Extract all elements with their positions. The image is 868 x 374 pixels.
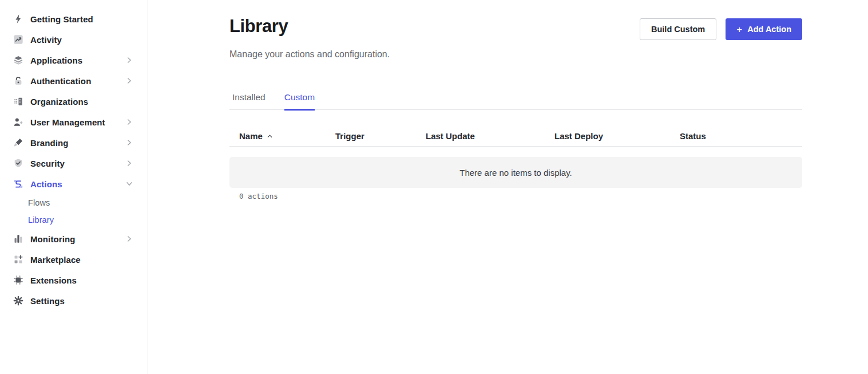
add-action-button[interactable]: + Add Action (726, 18, 802, 40)
sidebar-item-extensions[interactable]: Extensions (0, 270, 148, 290)
flow-icon (13, 179, 23, 189)
column-header-last-update[interactable]: Last Update (426, 131, 554, 141)
column-header-name[interactable]: Name (229, 131, 335, 141)
header-actions: Build Custom + Add Action (640, 18, 802, 40)
sidebar-item-monitoring[interactable]: Monitoring (0, 229, 148, 249)
sidebar-item-settings[interactable]: Settings (0, 290, 148, 311)
sidebar-item-label: Activity (30, 35, 62, 45)
build-custom-button[interactable]: Build Custom (640, 18, 716, 40)
shield-check-icon (13, 158, 23, 168)
sidebar-item-label: Marketplace (30, 255, 81, 265)
sidebar-item-label: Getting Started (30, 14, 93, 24)
sidebar-item-label: Extensions (30, 275, 77, 285)
main-content: Library Manage your actions and configur… (229, 0, 802, 200)
sidebar-item-security[interactable]: Security (0, 153, 148, 174)
sidebar-item-label: Branding (30, 138, 69, 148)
chip-icon (13, 275, 23, 285)
chevron-right-icon (125, 159, 133, 167)
plus-icon: + (736, 25, 742, 34)
sidebar-item-activity[interactable]: Activity (0, 29, 148, 50)
sidebar-item-applications[interactable]: Applications (0, 50, 148, 70)
sidebar-item-authentication[interactable]: Authentication (0, 70, 148, 91)
sidebar: Getting Started Activity Applications Au… (0, 0, 148, 374)
column-header-trigger[interactable]: Trigger (335, 131, 426, 141)
sort-ascending-icon (267, 133, 273, 139)
sidebar-subitem-library[interactable]: Library (0, 211, 148, 229)
sidebar-item-label: Applications (30, 56, 82, 65)
sidebar-item-label: Settings (30, 296, 65, 306)
column-header-status[interactable]: Status (680, 131, 802, 141)
sidebar-item-getting-started[interactable]: Getting Started (0, 9, 148, 29)
sidebar-item-label: Authentication (30, 76, 91, 86)
activity-icon (13, 34, 23, 45)
bar-chart-icon (13, 234, 23, 244)
sidebar-subitem-flows[interactable]: Flows (0, 194, 148, 211)
sidebar-item-label: User Management (30, 117, 105, 127)
chevron-right-icon (125, 56, 133, 64)
sidebar-item-label: Security (30, 159, 65, 168)
sidebar-item-actions[interactable]: Actions (0, 174, 148, 194)
tab-installed[interactable]: Installed (232, 92, 265, 111)
sidebar-item-branding[interactable]: Branding (0, 132, 148, 153)
sidebar-item-label: Actions (30, 179, 62, 189)
page-header: Library Manage your actions and configur… (229, 0, 802, 60)
table-empty-state: There are no items to display. (229, 157, 802, 188)
building-icon (13, 96, 23, 107)
paintbrush-icon (13, 137, 23, 148)
table-header: Name Trigger Last Update Last Deploy Sta… (229, 131, 802, 147)
gear-icon (13, 296, 23, 306)
empty-state-message: There are no items to display. (459, 168, 572, 178)
sidebar-item-marketplace[interactable]: Marketplace (0, 249, 148, 270)
lock-icon (13, 76, 23, 86)
chevron-down-icon (125, 180, 133, 188)
add-action-label: Add Action (747, 25, 791, 34)
chevron-right-icon (125, 118, 133, 126)
sidebar-item-organizations[interactable]: Organizations (0, 91, 148, 112)
chevron-right-icon (125, 77, 133, 85)
page-subtitle: Manage your actions and configuration. (229, 49, 802, 60)
sidebar-item-label: Flows (28, 198, 50, 207)
chevron-right-icon (125, 235, 133, 243)
sidebar-item-user-management[interactable]: User Management (0, 112, 148, 132)
actions-count: 0 actions (229, 192, 802, 200)
sidebar-item-label: Organizations (30, 97, 88, 107)
lightning-icon (13, 14, 23, 24)
grid-plus-icon (13, 254, 23, 265)
sidebar-item-label: Library (28, 215, 54, 225)
chevron-right-icon (125, 139, 133, 147)
layers-icon (13, 55, 23, 65)
tab-bar: Installed Custom (229, 92, 802, 110)
user-gear-icon (13, 117, 23, 127)
sidebar-item-label: Monitoring (30, 234, 75, 244)
tab-custom[interactable]: Custom (284, 92, 315, 111)
column-header-last-deploy[interactable]: Last Deploy (554, 131, 680, 141)
